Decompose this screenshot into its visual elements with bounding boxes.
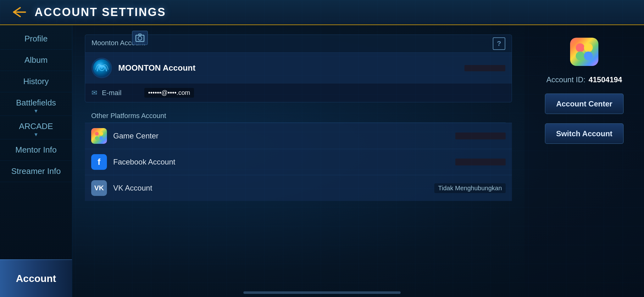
- main-layout: Profile Album History Battlefields ▼ ARC…: [0, 25, 644, 297]
- platform-status-vk: Tidak Menghubungkan: [434, 183, 506, 193]
- svg-point-3: [95, 132, 99, 136]
- moonton-section-header: Moonton Account ?: [85, 35, 512, 52]
- sidebar: Profile Album History Battlefields ▼ ARC…: [0, 25, 72, 297]
- chevron-down-icon: ▼: [0, 108, 72, 114]
- platform-status-gamecenter: [455, 132, 506, 139]
- platform-name-vk: VK Account: [113, 184, 428, 192]
- gamecenter-icon: [91, 128, 107, 144]
- right-panel: Account ID: 41504194 Account Center Swit…: [525, 25, 644, 297]
- content-area: Moonton Account ?: [72, 25, 525, 297]
- back-icon: [11, 6, 27, 19]
- vk-icon: VK: [91, 180, 107, 196]
- email-label: E-mail: [102, 89, 140, 97]
- switch-account-button[interactable]: Switch Account: [545, 123, 624, 144]
- account-id-row: Account ID: 41504194: [547, 75, 622, 84]
- sidebar-item-profile[interactable]: Profile: [0, 28, 72, 50]
- sidebar-item-account[interactable]: Account: [0, 259, 72, 297]
- svg-rect-13: [139, 34, 141, 35]
- facebook-icon: f: [91, 154, 107, 170]
- svg-point-9: [576, 51, 585, 60]
- moonton-account-card: Moonton Account ?: [85, 35, 512, 102]
- account-status-bar: [464, 65, 505, 71]
- screenshot-icon[interactable]: [132, 31, 148, 45]
- game-center-logo-large: [570, 38, 598, 66]
- moonton-logo: [92, 58, 112, 78]
- scrollbar[interactable]: [243, 291, 401, 294]
- sidebar-item-history[interactable]: History: [0, 71, 72, 92]
- sidebar-item-mentor-info[interactable]: Mentor Info: [0, 139, 72, 161]
- account-id-label: Account ID:: [547, 75, 586, 84]
- platform-name-gamecenter: Game Center: [113, 132, 449, 140]
- account-id-value: 41504194: [589, 75, 622, 84]
- svg-point-6: [99, 136, 103, 140]
- sidebar-item-album[interactable]: Album: [0, 50, 72, 71]
- header: ACCOUNT SETTINGS: [0, 0, 644, 25]
- platform-row-gamecenter[interactable]: Game Center: [85, 123, 512, 149]
- chevron-down-icon: ▼: [0, 132, 72, 138]
- svg-point-8: [584, 43, 593, 52]
- moonton-account-name: MOONTON Account: [118, 63, 458, 73]
- svg-point-4: [99, 132, 103, 136]
- email-value: ••••••@••••.com: [144, 88, 194, 98]
- moonton-account-row[interactable]: MOONTON Account: [85, 52, 512, 83]
- svg-point-7: [576, 43, 585, 52]
- sidebar-item-arcade[interactable]: ARCADE ▼: [0, 116, 72, 139]
- svg-point-12: [138, 36, 142, 40]
- platform-name-facebook: Facebook Account: [113, 158, 449, 166]
- platform-row-vk[interactable]: VK VK Account Tidak Menghubungkan: [85, 175, 512, 201]
- platform-status-facebook: [455, 159, 506, 165]
- svg-point-5: [95, 136, 99, 140]
- sidebar-item-streamer-info[interactable]: Streamer Info: [0, 161, 72, 182]
- email-icon: ✉: [92, 89, 97, 97]
- svg-point-10: [584, 51, 593, 60]
- other-platforms-section: Other Platforms Account Game Center: [85, 107, 512, 201]
- platform-row-facebook[interactable]: f Facebook Account: [85, 149, 512, 175]
- sidebar-item-battlefields[interactable]: Battlefields ▼: [0, 92, 72, 116]
- other-platforms-label: Other Platforms Account: [85, 107, 512, 122]
- email-row: ✉ E-mail ••••••@••••.com: [85, 83, 512, 102]
- info-button[interactable]: ?: [493, 37, 505, 50]
- account-center-button[interactable]: Account Center: [545, 94, 624, 114]
- page-title: ACCOUNT SETTINGS: [35, 6, 166, 19]
- back-button[interactable]: [9, 4, 28, 20]
